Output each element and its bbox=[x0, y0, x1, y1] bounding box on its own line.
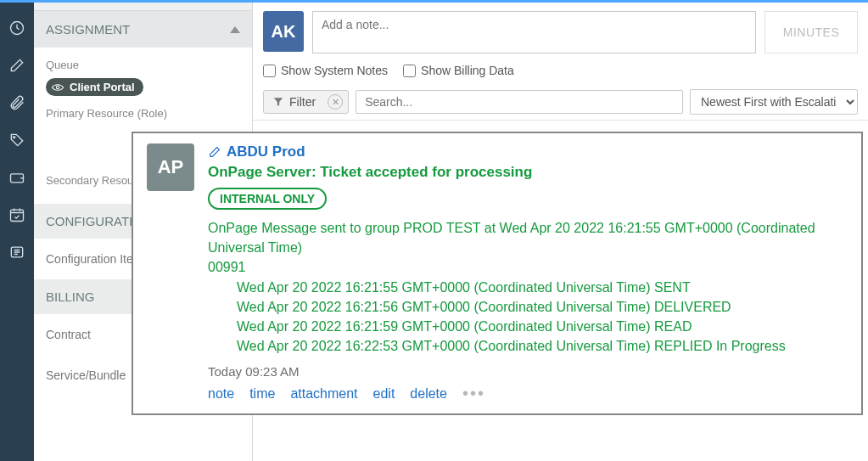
queue-field: Queue Client Portal bbox=[34, 48, 252, 96]
note-author-row: ABDU Prod bbox=[208, 143, 848, 160]
queue-label: Queue bbox=[46, 59, 240, 71]
add-note-row: AK MINUTES bbox=[253, 3, 868, 60]
note-author-name[interactable]: ABDU Prod bbox=[227, 143, 305, 160]
queue-pill[interactable]: Client Portal bbox=[46, 78, 143, 96]
show-system-notes-label: Show System Notes bbox=[281, 64, 388, 77]
filter-row: Filter ✕ Newest First with Escalation bbox=[253, 84, 868, 121]
section-billing-title: BILLING bbox=[46, 290, 95, 304]
show-billing-data-toggle[interactable]: Show Billing Data bbox=[403, 64, 514, 77]
action-edit[interactable]: edit bbox=[373, 386, 395, 402]
edit-note-icon[interactable] bbox=[208, 145, 221, 159]
search-input[interactable] bbox=[356, 90, 683, 114]
note-event: Wed Apr 20 2022 16:21:55 GMT+0000 (Coord… bbox=[237, 278, 848, 297]
filter-button[interactable]: Filter bbox=[264, 91, 324, 113]
queue-pill-label: Client Portal bbox=[70, 81, 135, 93]
note-events: Wed Apr 20 2022 16:21:55 GMT+0000 (Coord… bbox=[208, 278, 848, 357]
note-body: ABDU Prod OnPage Server: Ticket accepted… bbox=[208, 143, 848, 403]
clear-filter-button[interactable]: ✕ bbox=[328, 94, 343, 110]
add-note-input[interactable] bbox=[312, 11, 756, 53]
sort-select[interactable]: Newest First with Escalation bbox=[690, 89, 858, 115]
app-root: ASSIGNMENT Queue Client Portal Primary R… bbox=[0, 0, 868, 461]
note-subject: OnPage Server: Ticket accepted for proce… bbox=[208, 164, 848, 181]
note-text: OnPage Message sent to group PROD TEST a… bbox=[208, 218, 848, 356]
note-timestamp: Today 09:23 AM bbox=[208, 364, 848, 379]
section-assignment-header[interactable]: ASSIGNMENT bbox=[34, 11, 252, 48]
paperclip-icon[interactable] bbox=[7, 93, 27, 113]
filter-label: Filter bbox=[289, 95, 316, 109]
user-avatar: AK bbox=[263, 11, 304, 52]
note-event: Wed Apr 20 2022 16:22:53 GMT+0000 (Coord… bbox=[237, 336, 848, 356]
action-time[interactable]: time bbox=[249, 386, 275, 402]
show-system-notes-toggle[interactable]: Show System Notes bbox=[263, 64, 388, 77]
show-billing-data-label: Show Billing Data bbox=[421, 64, 514, 77]
minutes-box[interactable]: MINUTES bbox=[764, 11, 858, 53]
action-note[interactable]: note bbox=[208, 386, 234, 402]
svg-point-5 bbox=[56, 86, 59, 88]
eye-icon bbox=[51, 82, 64, 93]
tag-icon[interactable] bbox=[7, 130, 27, 150]
show-billing-data-checkbox[interactable] bbox=[403, 65, 416, 77]
note-actions: note time attachment edit delete ••• bbox=[208, 384, 848, 403]
chevron-up-icon bbox=[230, 26, 240, 33]
clock-icon[interactable] bbox=[7, 18, 27, 38]
list-icon[interactable] bbox=[7, 242, 27, 262]
calendar-check-icon[interactable] bbox=[7, 205, 27, 225]
more-actions-icon[interactable]: ••• bbox=[462, 384, 485, 403]
note-line-1: OnPage Message sent to group PROD TEST a… bbox=[208, 218, 848, 257]
note-event: Wed Apr 20 2022 16:21:56 GMT+0000 (Coord… bbox=[237, 297, 848, 317]
primary-resource-label: Primary Resource (Role) bbox=[46, 107, 240, 120]
edit-icon[interactable] bbox=[7, 55, 27, 76]
toggles-row: Show System Notes Show Billing Data bbox=[253, 60, 868, 84]
left-icon-rail bbox=[0, 3, 34, 461]
note-author-avatar: AP bbox=[147, 143, 194, 191]
show-system-notes-checkbox[interactable] bbox=[263, 65, 276, 77]
primary-resource-field: Primary Resource (Role) bbox=[34, 96, 252, 120]
note-card: AP ABDU Prod OnPage Server: Ticket accep… bbox=[132, 132, 863, 415]
note-line-2: 00991 bbox=[208, 257, 848, 277]
internal-only-badge: INTERNAL ONLY bbox=[208, 188, 327, 210]
svg-rect-3 bbox=[11, 210, 24, 221]
action-delete[interactable]: delete bbox=[410, 386, 447, 402]
note-event: Wed Apr 20 2022 16:21:59 GMT+0000 (Coord… bbox=[237, 317, 848, 336]
sidebar-topbar bbox=[34, 3, 252, 11]
action-attachment[interactable]: attachment bbox=[290, 386, 357, 402]
section-assignment-title: ASSIGNMENT bbox=[46, 22, 130, 37]
wallet-icon[interactable] bbox=[7, 167, 27, 188]
svg-point-1 bbox=[14, 137, 15, 138]
funnel-icon bbox=[272, 96, 284, 108]
